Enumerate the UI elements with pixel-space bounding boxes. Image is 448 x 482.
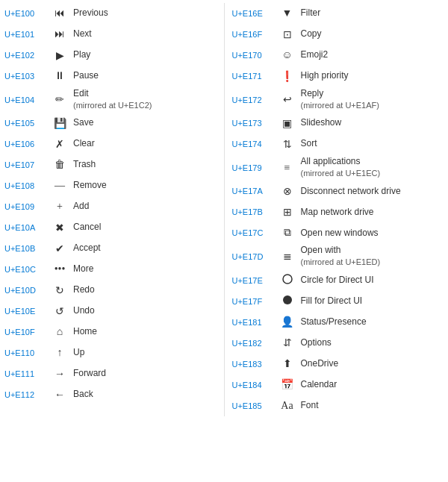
- icon-label: Sort: [298, 138, 444, 150]
- icon-label: More: [70, 263, 217, 275]
- unicode-code: U+E174: [232, 140, 277, 148]
- table-row: U+E109+Add: [1, 196, 220, 217]
- icon-glyph: ☺: [277, 49, 298, 61]
- unicode-code: U+E179: [232, 163, 277, 172]
- unicode-code: U+E10B: [4, 244, 49, 253]
- left-column: U+E100⏮PreviousU+E101⏭NextU+E102▶PlayU+E…: [1, 3, 220, 416]
- icon-glyph: ↑: [49, 347, 70, 359]
- column-divider: [224, 3, 225, 416]
- icon-label: Map network drive: [298, 207, 444, 219]
- table-row: U+E110↑Up: [1, 342, 220, 363]
- icon-label: Fill for Direct UI: [298, 295, 444, 307]
- icon-label: Slideshow: [298, 117, 444, 129]
- icon-label: Back: [70, 389, 217, 401]
- table-row: U+E185AaFont: [229, 395, 447, 416]
- icon-glyph: ⏸: [49, 70, 70, 82]
- table-row: U+E17A⊗Disconnect network drive: [229, 181, 447, 201]
- table-row: U+E17D≣Open with(mirrored at U+E1ED): [229, 243, 447, 269]
- table-row: U+E10B✔Accept: [1, 238, 220, 259]
- unicode-code: U+E16F: [232, 30, 277, 39]
- table-row: U+E17B⊞Map network drive: [229, 201, 447, 222]
- table-row: U+E10A✖Cancel: [1, 217, 220, 238]
- unicode-code: U+E17A: [232, 187, 277, 195]
- table-row: U+E105💾Save: [1, 113, 220, 134]
- unicode-code: U+E17C: [232, 228, 277, 237]
- icon-label: Previous: [70, 7, 217, 19]
- table-row: U+E174⇅Sort: [229, 134, 447, 154]
- unicode-code: U+E10F: [4, 328, 49, 337]
- icon-glyph: ▼: [277, 7, 298, 19]
- icon-glyph: ⊡: [277, 28, 298, 41]
- icon-glyph: →: [49, 368, 70, 380]
- unicode-code: U+E101: [4, 30, 49, 39]
- icon-label: Open with(mirrored at U+E1ED): [298, 245, 444, 268]
- icon-glyph: 🗑: [49, 159, 70, 171]
- icon-glyph: [277, 274, 298, 287]
- right-column: U+E16E▼FilterU+E16F⊡CopyU+E170☺Emoji2U+E…: [229, 3, 447, 416]
- icon-label: OneDrive: [298, 358, 444, 370]
- unicode-code: U+E16E: [232, 9, 277, 18]
- unicode-code: U+E17D: [232, 252, 277, 261]
- icon-glyph: ⌂: [49, 326, 70, 338]
- icon-label: Font: [298, 400, 444, 412]
- unicode-code: U+E185: [232, 401, 277, 410]
- unicode-code: U+E17E: [232, 276, 277, 285]
- icon-label: Edit(mirrored at U+E1C2): [70, 88, 217, 111]
- unicode-code: U+E111: [4, 369, 49, 378]
- table-row: U+E171❗High priority: [229, 66, 447, 87]
- table-row: U+E183⬆OneDrive: [229, 354, 447, 375]
- icon-label: Home: [70, 326, 217, 338]
- unicode-code: U+E184: [232, 381, 277, 389]
- icon-label: Trash: [70, 159, 217, 171]
- icon-label: Clear: [70, 138, 217, 150]
- icon-label: Disconnect network drive: [298, 186, 444, 198]
- icon-glyph: +: [49, 201, 70, 213]
- icon-glyph: ▶: [49, 49, 70, 62]
- table-row: U+E17FFill for Direct UI: [229, 291, 447, 312]
- table-row: U+E100⏮Previous: [1, 3, 220, 24]
- unicode-code: U+E10E: [4, 307, 49, 316]
- unicode-code: U+E182: [232, 339, 277, 348]
- unicode-code: U+E173: [232, 119, 277, 128]
- table-row: U+E172↩Reply(mirrored at U+E1AF): [229, 87, 447, 113]
- unicode-code: U+E10A: [4, 223, 49, 232]
- unicode-code: U+E170: [232, 51, 277, 60]
- table-row: U+E106✗Clear: [1, 134, 220, 154]
- table-row: U+E104✏Edit(mirrored at U+E1C2): [1, 87, 220, 113]
- unicode-code: U+E102: [4, 51, 49, 60]
- unicode-code: U+E106: [4, 140, 49, 148]
- unicode-code: U+E10C: [4, 265, 49, 274]
- icon-label: Next: [70, 28, 217, 40]
- table-row: U+E17ECircle for Direct UI: [229, 270, 447, 291]
- icon-label: High priority: [298, 70, 444, 82]
- unicode-code: U+E108: [4, 181, 49, 190]
- unicode-code: U+E110: [4, 348, 49, 357]
- icon-label: Reply(mirrored at U+E1AF): [298, 88, 444, 111]
- icon-label: All applications(mirrored at U+E1EC): [298, 156, 444, 179]
- icon-label: Redo: [70, 284, 217, 296]
- unicode-code: U+E181: [232, 318, 277, 327]
- icon-label: Options: [298, 337, 444, 349]
- table-row: U+E10C•••More: [1, 259, 220, 280]
- icon-label: Pause: [70, 70, 217, 82]
- icon-label: Play: [70, 49, 217, 61]
- icon-label: Accept: [70, 242, 217, 254]
- icon-glyph: 💾: [49, 117, 70, 130]
- table-row: U+E10D↻Redo: [1, 280, 220, 301]
- icon-glyph: ⇵: [277, 337, 298, 349]
- icon-label: Up: [70, 347, 217, 359]
- icon-label: Calendar: [298, 379, 444, 391]
- icon-label: Copy: [298, 28, 444, 40]
- unicode-code: U+E104: [4, 96, 49, 104]
- icon-glyph: ↻: [49, 284, 70, 297]
- icon-glyph: ≡: [277, 162, 298, 174]
- icon-label: Add: [70, 201, 217, 213]
- unicode-code: U+E100: [4, 9, 49, 18]
- icon-glyph: ↩: [277, 93, 298, 106]
- unicode-code: U+E103: [4, 72, 49, 81]
- table-row: U+E101⏭Next: [1, 24, 220, 45]
- table-row: U+E10E↺Undo: [1, 301, 220, 322]
- icon-glyph: [277, 295, 298, 308]
- unicode-code: U+E10D: [4, 286, 49, 295]
- unicode-code: U+E105: [4, 119, 49, 128]
